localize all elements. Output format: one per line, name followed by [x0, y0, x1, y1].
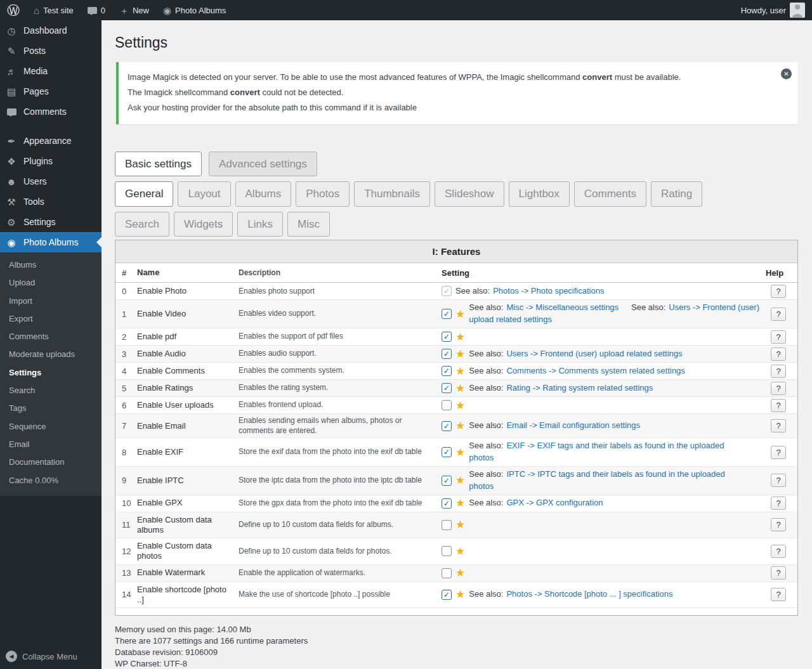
- tab-layout[interactable]: Layout: [178, 181, 230, 207]
- submenu-item-documentation[interactable]: Documentation: [0, 453, 102, 471]
- tab-basic-settings[interactable]: Basic settings: [115, 152, 202, 177]
- see-also-link[interactable]: Misc -> Miscellaneous settings: [506, 302, 619, 312]
- sidebar-item-pages[interactable]: ▤Pages: [0, 81, 102, 101]
- submenu-item-settings[interactable]: Settings: [0, 364, 102, 382]
- account-menu[interactable]: Howdy, user: [734, 0, 812, 20]
- submenu-item-tags[interactable]: Tags: [0, 399, 102, 417]
- see-also-link[interactable]: Email -> Email configuration settings: [506, 420, 640, 430]
- help-button[interactable]: ?: [771, 382, 786, 395]
- see-also-link[interactable]: GPX -> GPX configuration: [506, 498, 603, 507]
- setting-checkbox[interactable]: ✓: [442, 286, 452, 296]
- tab-rating[interactable]: Rating: [651, 181, 702, 207]
- submenu-item-email[interactable]: Email: [0, 436, 102, 453]
- help-button[interactable]: ?: [771, 588, 786, 601]
- setting-cell: ★: [442, 544, 766, 559]
- wp-logo-menu[interactable]: Ⓦ: [0, 0, 27, 20]
- features-body: 0Enable PhotoEnables photo support✓See a…: [115, 283, 797, 608]
- setting-description: Store the gpx data from the photo into t…: [239, 497, 442, 510]
- setting-checkbox[interactable]: [442, 568, 452, 578]
- help-button[interactable]: ?: [771, 285, 786, 298]
- setting-checkbox[interactable]: ✓: [442, 498, 452, 509]
- tab-slideshow[interactable]: Slideshow: [435, 181, 504, 207]
- help-button[interactable]: ?: [771, 446, 786, 459]
- setting-description: Enable the application of watermarks.: [239, 566, 442, 580]
- help-button[interactable]: ?: [771, 308, 786, 321]
- setting-checkbox[interactable]: ✓: [442, 309, 452, 319]
- tab-links[interactable]: Links: [237, 212, 283, 237]
- photo-albums-admin-bar-link[interactable]: ◉ Photo Albums: [156, 0, 233, 20]
- submenu-item-upload[interactable]: Upload: [0, 274, 102, 292]
- sidebar-item-settings[interactable]: ⚙Settings: [0, 212, 102, 232]
- setting-checkbox[interactable]: ✓: [442, 421, 452, 431]
- setting-checkbox[interactable]: ✓: [442, 447, 452, 457]
- admin-bar-right: Howdy, user: [734, 0, 812, 20]
- tab-lightbox[interactable]: Lightbox: [509, 181, 570, 207]
- help-button[interactable]: ?: [771, 419, 786, 432]
- setting-cell: ✓★See also:EXIF -> EXIF tags and their l…: [442, 438, 766, 466]
- help-button[interactable]: ?: [771, 347, 786, 361]
- see-also-link[interactable]: IPTC -> IPTC tags and their labels as fo…: [469, 469, 725, 491]
- setting-checkbox[interactable]: ✓: [442, 366, 452, 376]
- submenu-item-cache-0-00[interactable]: Cache 0.00%: [0, 472, 102, 490]
- setting-checkbox[interactable]: [442, 546, 452, 556]
- submenu-item-moderate-uploads[interactable]: Moderate uploads: [0, 346, 102, 363]
- help-button[interactable]: ?: [771, 545, 786, 558]
- help-button[interactable]: ?: [771, 474, 786, 487]
- help-button[interactable]: ?: [771, 399, 786, 412]
- setting-checkbox[interactable]: [442, 520, 452, 530]
- setting-checkbox[interactable]: ✓: [442, 476, 452, 486]
- see-also-link[interactable]: Photos -> Shortcode [photo ... ] specifi…: [506, 589, 672, 599]
- see-also-link[interactable]: Rating -> Rating system related settings: [506, 383, 653, 393]
- submenu-item-import[interactable]: Import: [0, 292, 102, 310]
- see-also-link[interactable]: EXIF -> EXIF tags and their labels as fo…: [469, 441, 724, 462]
- tab-advanced-settings[interactable]: Advanced settings: [209, 152, 317, 177]
- sidebar-item-comments[interactable]: Comments: [0, 101, 102, 122]
- help-cell: ?: [766, 446, 791, 459]
- sidebar-item-appearance[interactable]: ✒Appearance: [0, 131, 102, 151]
- tab-albums[interactable]: Albums: [235, 181, 292, 207]
- sidebar-item-users[interactable]: ☻Users: [0, 171, 102, 192]
- setting-checkbox[interactable]: ✓: [442, 349, 452, 359]
- submenu-item-search[interactable]: Search: [0, 382, 102, 399]
- tab-misc[interactable]: Misc: [287, 212, 330, 237]
- row-number: 5: [122, 384, 137, 393]
- setting-checkbox[interactable]: ✓: [442, 332, 452, 342]
- see-also-link[interactable]: Photos -> Photo specifications: [493, 286, 604, 296]
- setting-checkbox[interactable]: ✓: [442, 383, 452, 393]
- help-button[interactable]: ?: [771, 365, 786, 378]
- sidebar-item-plugins[interactable]: ❖Plugins: [0, 151, 102, 171]
- tab-comments[interactable]: Comments: [574, 181, 646, 207]
- tab-search[interactable]: Search: [115, 212, 169, 237]
- sidebar-item-dashboard[interactable]: ◷Dashboard: [0, 20, 102, 41]
- sidebar-item-photo-albums[interactable]: ◉Photo Albums: [0, 232, 102, 252]
- see-also-link[interactable]: Comments -> Comments system related sett…: [506, 366, 684, 375]
- sidebar-item-posts[interactable]: ✎Posts: [0, 41, 102, 61]
- collapse-menu-button[interactable]: ◀ Collapse Menu: [0, 644, 102, 669]
- submenu-item-sequence[interactable]: Sequence: [0, 418, 102, 436]
- setting-description: Enables photo support: [239, 285, 442, 299]
- tab-widgets[interactable]: Widgets: [174, 212, 233, 237]
- tab-thumbnails[interactable]: Thumbnails: [354, 181, 430, 207]
- see-also-link[interactable]: Users -> Frontend (user) upload related …: [506, 349, 682, 358]
- site-name-link[interactable]: ⌂ Test site: [27, 0, 81, 20]
- tab-photos[interactable]: Photos: [296, 181, 350, 207]
- setting-cell: ✓★See also:Email -> Email configuration …: [442, 418, 766, 434]
- setting-checkbox[interactable]: ✓: [442, 590, 452, 600]
- help-button[interactable]: ?: [771, 518, 786, 531]
- comments-admin-bar-link[interactable]: 0: [81, 0, 112, 20]
- sidebar-item-label: Settings: [23, 217, 56, 227]
- submenu-item-comments[interactable]: Comments: [0, 328, 102, 346]
- dismiss-notice-button[interactable]: ✕: [781, 68, 792, 79]
- notice-line-1: Image Magick is detected on your server.…: [128, 71, 770, 83]
- tab-general[interactable]: General: [115, 181, 173, 207]
- help-button[interactable]: ?: [771, 497, 786, 510]
- see-also-entry: See also:Comments -> Comments system rel…: [469, 366, 685, 375]
- submenu-item-albums[interactable]: Albums: [0, 256, 102, 274]
- help-button[interactable]: ?: [771, 566, 786, 580]
- submenu-item-export[interactable]: Export: [0, 310, 102, 328]
- new-content-link[interactable]: ＋ New: [112, 0, 156, 20]
- help-button[interactable]: ?: [771, 330, 786, 344]
- sidebar-item-tools[interactable]: ⚒Tools: [0, 192, 102, 212]
- sidebar-item-media[interactable]: ♬Media: [0, 61, 102, 81]
- setting-checkbox[interactable]: [442, 400, 452, 410]
